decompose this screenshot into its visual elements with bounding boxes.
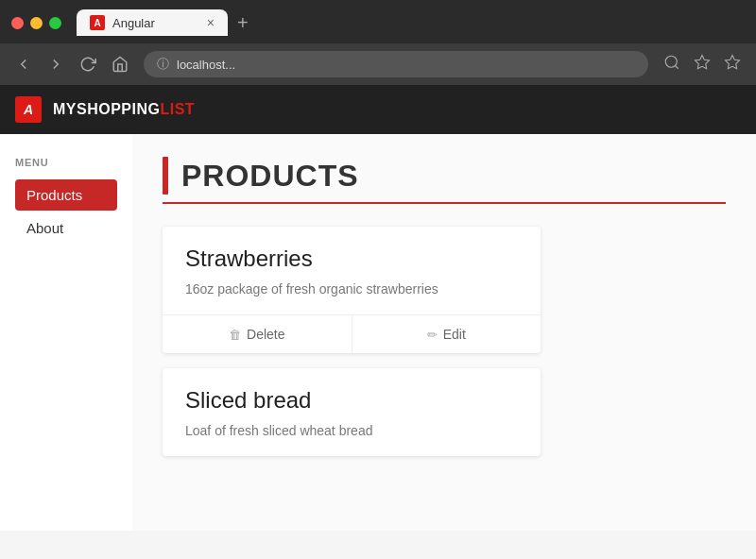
tab-favicon: A [90,15,105,30]
tab-bar: A Angular × + [77,9,254,36]
delete-product-button[interactable]: Delete [163,315,352,353]
page-title: PRODUCTS [181,159,359,194]
product-card: Sliced bread Loaf of fresh sliced wheat … [163,368,541,456]
page-header-accent [163,157,168,195]
edit-icon [427,327,438,342]
brand-my: MY [53,101,77,117]
app-brand-title: MYSHOPPINGLIST [53,101,195,118]
product-name: Strawberries [185,246,518,272]
edit-label: Edit [443,327,466,342]
product-description: 16oz package of fresh organic strawberri… [185,280,518,299]
url-field[interactable]: ⓘ localhost... [144,51,648,77]
app-navbar: A MYSHOPPINGLIST [0,85,756,134]
forward-button[interactable] [47,56,64,73]
address-bar: ⓘ localhost... [0,43,756,85]
window-controls [11,17,61,29]
info-icon: ⓘ [157,56,169,73]
product-description: Loaf of fresh sliced wheat bread [185,421,518,441]
edit-product-button[interactable]: Edit [352,315,541,353]
title-bar: A Angular × + [0,0,756,43]
svg-marker-3 [726,56,740,69]
svg-point-0 [665,56,677,67]
browser-window: A Angular × + ⓘ localhost... [0,0,756,531]
active-tab[interactable]: A Angular × [77,9,228,36]
content-area: PRODUCTS Strawberries 16oz package of fr… [132,134,756,531]
close-window-button[interactable] [11,17,24,29]
reload-button[interactable] [79,56,96,73]
sidebar: MENU Products About [0,134,132,531]
delete-label: Delete [247,327,284,342]
product-card-actions: Delete Edit [163,314,541,353]
page-header: PRODUCTS [163,157,726,204]
delete-icon [229,327,241,342]
product-name: Sliced bread [185,387,518,414]
angular-logo: A [15,96,42,123]
product-card: Strawberries 16oz package of fresh organ… [163,227,541,353]
url-text: localhost... [177,58,235,72]
product-card-body: Sliced bread Loaf of fresh sliced wheat … [163,368,541,456]
bookmarks-icon[interactable] [724,54,741,75]
main-layout: MENU Products About PRODUCTS Strawberrie… [0,134,756,531]
sidebar-menu-label: MENU [15,157,117,168]
svg-marker-2 [696,56,710,69]
tab-title: Angular [112,16,155,30]
new-tab-button[interactable]: + [232,11,254,34]
maximize-window-button[interactable] [49,17,61,29]
minimize-window-button[interactable] [30,17,43,29]
sidebar-item-about[interactable]: About [15,212,117,244]
brand-shopping: SHOPPING [77,101,160,117]
sidebar-item-products[interactable]: Products [15,179,117,211]
browser-action-buttons [663,54,741,75]
brand-list: LIST [160,101,195,117]
svg-line-1 [675,65,678,68]
back-button[interactable] [15,56,32,73]
product-card-body: Strawberries 16oz package of fresh organ… [163,227,541,314]
bookmark-icon[interactable] [694,54,711,75]
home-button[interactable] [112,56,129,73]
close-tab-button[interactable]: × [207,16,215,29]
search-icon[interactable] [663,54,680,75]
